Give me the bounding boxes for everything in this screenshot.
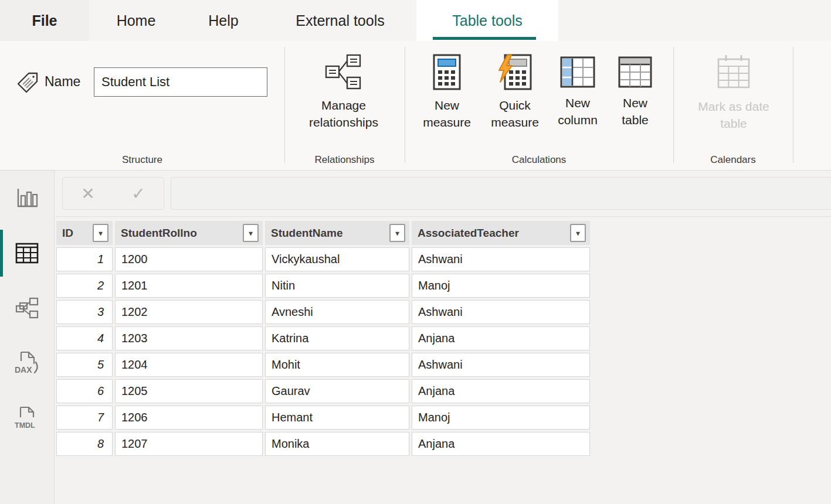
table-cell[interactable]: 3 [56,300,113,324]
table-cell[interactable]: 2 [56,274,113,298]
tab-external-tools[interactable]: External tools [264,0,416,41]
column-filter-button[interactable]: ▾ [570,224,586,242]
tab-bar: File Home Help External tools Table tool… [0,0,831,41]
formula-bar-input[interactable] [171,177,831,210]
table-row: 11200VickykaushalAshwani [56,247,590,271]
column-filter-button[interactable]: ▾ [93,224,108,242]
table-cell[interactable]: 1201 [115,274,263,298]
column-header-id[interactable]: ID▾ [56,221,113,245]
table-cell[interactable]: 5 [56,353,113,377]
report-view-icon [16,188,38,209]
table-cell[interactable]: Monika [265,432,409,456]
new-column-icon [560,56,595,88]
group-label-calculations: Calculations [405,154,673,166]
grid-header-row: ID▾StudentRollno▾StudentName▾AssociatedT… [56,221,590,245]
new-column-button[interactable]: New column [545,56,610,128]
table-row: 41203KatrinaAnjana [56,326,590,350]
table-cell[interactable]: Mohit [265,353,409,377]
table-cell[interactable]: Vickykaushal [265,247,409,271]
tag-icon [15,70,40,95]
table-cell[interactable]: Manoj [412,274,590,298]
new-measure-label-line2: measure [423,114,471,131]
tmdl-view-icon: TMDL [13,406,40,431]
table-view-icon [15,243,39,264]
table-cell[interactable]: Anjana [412,379,590,403]
table-cell[interactable]: 1202 [115,300,263,324]
manage-relationships-icon [325,54,362,90]
column-filter-button[interactable]: ▾ [389,224,405,242]
new-table-label-line2: table [622,111,649,128]
grid-body: 11200VickykaushalAshwani21201NitinManoj3… [56,247,590,456]
table-cell[interactable]: Gaurav [265,379,409,403]
table-cell[interactable]: 1207 [115,432,263,456]
mark-as-date-table-label-line2: table [698,115,769,132]
table-cell[interactable]: Ashwani [412,353,590,377]
table-cell[interactable]: Avneshi [265,300,409,324]
table-cell[interactable]: 1205 [115,379,263,403]
table-cell[interactable]: Anjana [412,432,590,456]
table-row: 71206HemantManoj [56,406,590,430]
table-name-input[interactable] [94,67,267,97]
quick-measure-icon [498,54,532,90]
mark-as-date-table-label-line1: Mark as date [698,98,769,115]
column-filter-button[interactable]: ▾ [243,224,259,242]
table-cell[interactable]: Ashwani [412,300,590,324]
column-header-label: StudentName [271,227,342,240]
ribbon: Name Structure Manage relationships Rela… [0,41,831,171]
new-table-label-line1: New [622,94,649,111]
quick-measure-button[interactable]: Quick measure [482,54,548,131]
group-divider [793,47,793,163]
group-divider [673,47,674,163]
table-cell[interactable]: 6 [56,379,113,403]
table-cell[interactable]: Ashwani [412,247,590,271]
table-cell[interactable]: Anjana [412,326,590,350]
table-cell[interactable]: 1200 [115,247,263,271]
table-cell[interactable]: Nitin [265,274,409,298]
table-cell[interactable]: Hemant [265,406,409,430]
sidebar-item-report-view[interactable] [0,171,54,226]
table-cell[interactable]: 1 [56,247,113,271]
table-cell[interactable]: 4 [56,326,113,350]
mark-as-date-table-button[interactable]: Mark as date table [684,53,783,132]
new-column-label-line2: column [558,111,598,128]
new-measure-button[interactable]: New measure [414,54,480,131]
tab-table-tools[interactable]: Table tools [416,0,558,41]
sidebar-item-model-view[interactable] [0,281,54,336]
group-label-calendars: Calendars [673,154,793,166]
table-row: 81207MonikaAnjana [56,432,590,456]
manage-relationships-button[interactable]: Manage relationships [292,54,395,131]
formula-bar-buttons: ✕ ✓ [62,177,164,210]
sidebar-item-tmdl-view[interactable]: TMDL [0,391,54,446]
table-cell[interactable]: 1203 [115,326,263,350]
table-cell[interactable]: Manoj [412,406,590,430]
table-cell[interactable]: Katrina [265,326,409,350]
new-measure-icon [433,54,461,90]
table-cell[interactable]: 1204 [115,353,263,377]
column-header-associatedteacher[interactable]: AssociatedTeacher▾ [412,221,590,245]
new-table-button[interactable]: New table [611,56,659,128]
table-row: 51204MohitAshwani [56,353,590,377]
new-measure-label-line1: New [423,97,471,114]
content-area: ✕ ✓ ID▾StudentRollno▾StudentName▾Associa… [55,171,831,504]
new-table-icon [618,56,652,88]
model-view-icon [15,297,39,319]
side-nav: DAX TMDL [0,171,55,504]
table-row: 61205GauravAnjana [56,379,590,403]
column-header-label: ID [62,227,73,240]
tab-help[interactable]: Help [183,0,264,41]
new-column-label-line1: New [558,94,598,111]
formula-cancel-button[interactable]: ✕ [81,184,94,203]
sidebar-item-table-view[interactable] [0,226,54,281]
table-cell[interactable]: 8 [56,432,113,456]
tab-file[interactable]: File [0,0,89,41]
sidebar-item-dax-query-view[interactable]: DAX [0,336,54,391]
column-header-studentname[interactable]: StudentName▾ [265,221,409,245]
dax-icon-label: DAX [15,365,32,374]
name-label: Name [45,74,80,90]
table-cell[interactable]: 7 [56,406,113,430]
tab-home[interactable]: Home [89,0,183,41]
table-cell[interactable]: 1206 [115,406,263,430]
column-header-studentrollno[interactable]: StudentRollno▾ [115,221,263,245]
manage-relationships-label-line2: relationships [309,114,378,131]
formula-commit-button[interactable]: ✓ [131,184,145,203]
